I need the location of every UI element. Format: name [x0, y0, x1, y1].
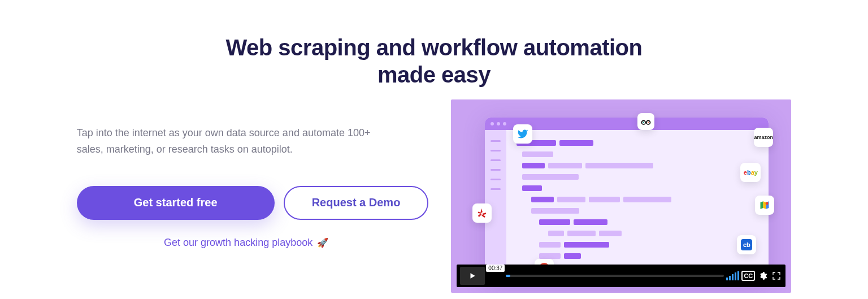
get-started-button[interactable]: Get started free	[77, 186, 275, 220]
mock-body	[485, 130, 769, 281]
playbook-text: Get our growth hacking playbook	[164, 237, 313, 249]
amazon-logo-icon: amazon	[754, 128, 773, 147]
window-dot-icon	[503, 122, 506, 125]
window-dot-icon	[497, 122, 500, 125]
video-control-bar: 00:37 CC	[457, 265, 785, 287]
request-demo-button[interactable]: Request a Demo	[284, 186, 429, 220]
sidebar-line-icon	[491, 169, 501, 171]
hero-description: Tap into the internet as your own data s…	[77, 125, 393, 158]
play-icon	[468, 272, 476, 280]
sidebar-line-icon	[491, 140, 501, 142]
tripadvisor-logo-icon	[637, 113, 654, 130]
closed-captions-button[interactable]: CC	[741, 271, 755, 281]
sidebar-line-icon	[491, 150, 501, 151]
progress-fill	[506, 275, 510, 277]
crunchbase-logo-icon: cb	[737, 235, 756, 254]
progress-track	[506, 275, 724, 277]
video-progress[interactable]: 00:37	[487, 271, 724, 281]
sidebar-line-icon	[491, 188, 501, 190]
sidebar-line-icon	[491, 159, 501, 161]
video-time: 00:37	[486, 265, 505, 272]
volume-control[interactable]	[726, 271, 739, 280]
rocket-icon: 🚀	[317, 237, 328, 248]
twitter-logo-icon	[513, 124, 532, 144]
cta-row: Get started free Request a Demo	[77, 186, 429, 220]
fullscreen-icon	[772, 271, 781, 280]
google-maps-logo-icon	[755, 196, 774, 215]
hero-section: Web scraping and workflow automation mad…	[0, 0, 868, 299]
headline-line-2: made easy	[377, 62, 491, 87]
settings-button[interactable]	[757, 270, 769, 281]
ebay-logo-icon: ebay	[740, 163, 761, 182]
svg-point-3	[648, 122, 649, 123]
page-headline: Web scraping and workflow automation mad…	[0, 0, 868, 88]
window-dot-icon	[491, 122, 494, 125]
svg-point-2	[643, 122, 644, 123]
fullscreen-button[interactable]	[771, 270, 782, 281]
headline-line-1: Web scraping and workflow automation	[226, 35, 643, 60]
svg-point-4	[766, 202, 769, 205]
yelp-logo-icon	[472, 203, 492, 223]
playbook-link[interactable]: Get our growth hacking playbook 🚀	[77, 237, 416, 249]
hero-video-preview: amazon ebay cb 00	[451, 99, 791, 293]
hero-left-column: Tap into the internet as your own data s…	[77, 99, 429, 249]
sidebar-line-icon	[491, 179, 501, 180]
content-row: Tap into the internet as your own data s…	[0, 99, 868, 293]
gear-icon	[758, 271, 767, 280]
play-button[interactable]	[460, 267, 485, 285]
